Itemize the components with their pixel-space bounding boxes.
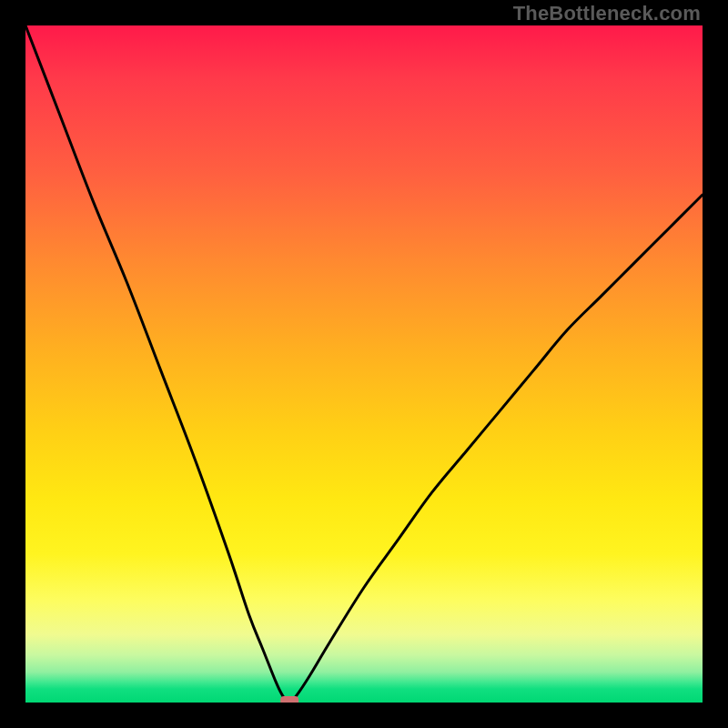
plot-area <box>25 25 703 703</box>
watermark-label: TheBottleneck.com <box>513 2 701 25</box>
curve-layer <box>25 25 703 703</box>
chart-frame: TheBottleneck.com <box>0 0 728 728</box>
minimum-marker-icon <box>280 696 298 703</box>
bottleneck-curve <box>25 25 703 703</box>
